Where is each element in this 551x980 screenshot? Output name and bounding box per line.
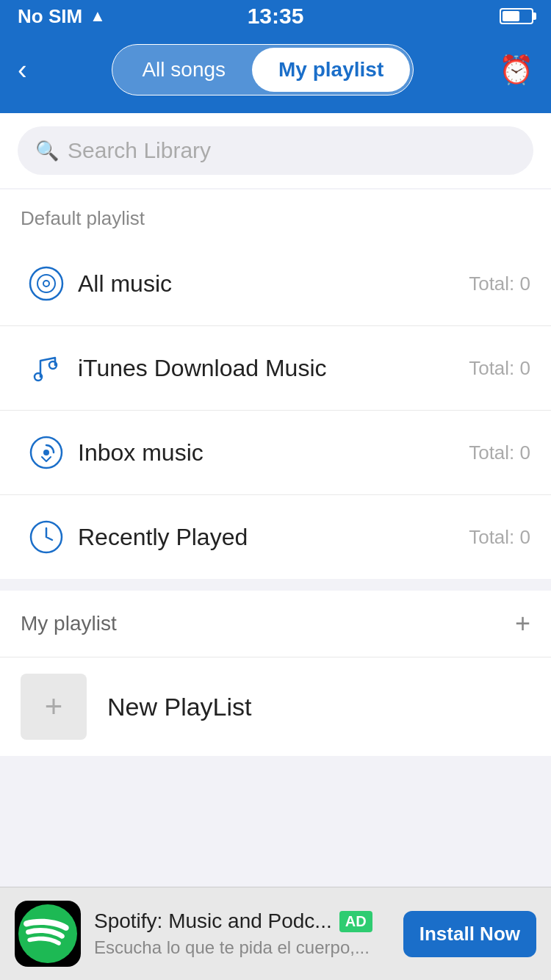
clock-icon [21, 511, 72, 563]
new-playlist-box: + [21, 674, 87, 740]
default-playlist-section: Default playlist All music Total: 0 iTun… [0, 190, 551, 579]
inbox-total: Total: 0 [469, 442, 530, 464]
my-playlist-section-label: My playlist [21, 612, 117, 635]
search-section: 🔍 Search Library [0, 113, 551, 188]
time-label: 13:35 [248, 4, 304, 29]
playlist-item-inbox[interactable]: Inbox music Total: 0 [0, 411, 551, 495]
back-button[interactable]: ‹ [18, 56, 27, 84]
itunes-label: iTunes Download Music [72, 355, 469, 382]
tab-all-songs[interactable]: All songs [115, 48, 252, 92]
music-note-icon [21, 342, 72, 394]
new-playlist-plus-icon: + [45, 691, 63, 722]
ad-title: Spotify: Music and Podc... [94, 909, 332, 933]
ad-app-icon [15, 901, 81, 967]
header-nav: ‹ All songs My playlist ⏰ [0, 32, 551, 113]
battery-fill [503, 11, 519, 21]
inbox-label: Inbox music [72, 439, 469, 466]
new-playlist-label: New PlayList [87, 693, 252, 721]
search-bar[interactable]: 🔍 Search Library [18, 126, 533, 175]
ad-title-row: Spotify: Music and Podc... AD [94, 909, 390, 933]
playlist-item-itunes[interactable]: iTunes Download Music Total: 0 [0, 326, 551, 411]
wifi-icon: ▲ [90, 7, 106, 26]
ad-subtitle: Escucha lo que te pida el cuerpo,... [94, 937, 390, 958]
my-playlist-section: My playlist + + New PlayList [0, 591, 551, 756]
svg-point-1 [37, 275, 55, 292]
add-playlist-button[interactable]: + [515, 608, 530, 639]
all-music-label: All music [72, 270, 469, 298]
install-button[interactable]: Install Now [403, 911, 536, 957]
my-playlist-header: My playlist + [0, 591, 551, 657]
playlist-item-all-music[interactable]: All music Total: 0 [0, 242, 551, 326]
alarm-icon[interactable]: ⏰ [499, 54, 533, 86]
spotify-logo [18, 904, 77, 963]
ad-banner: Spotify: Music and Podc... AD Escucha lo… [0, 887, 551, 980]
carrier-label: No SIM [18, 5, 82, 28]
svg-point-6 [43, 450, 49, 455]
battery-icon [500, 8, 533, 24]
search-placeholder: Search Library [68, 138, 211, 163]
itunes-total: Total: 0 [469, 357, 530, 380]
status-right [500, 8, 533, 24]
inbox-music-icon [21, 427, 72, 478]
playlist-item-recently-played[interactable]: Recently Played Total: 0 [0, 495, 551, 579]
recently-played-total: Total: 0 [469, 526, 530, 549]
search-icon: 🔍 [35, 140, 59, 162]
disc-icon [21, 258, 72, 309]
section-divider [0, 579, 551, 591]
all-music-total: Total: 0 [469, 273, 530, 295]
ad-info: Spotify: Music and Podc... AD Escucha lo… [94, 909, 390, 958]
default-playlist-label: Default playlist [0, 190, 551, 242]
tab-my-playlist[interactable]: My playlist [252, 48, 410, 92]
recently-played-label: Recently Played [72, 524, 469, 551]
ad-badge: AD [339, 911, 372, 932]
status-bar: No SIM ▲ 13:35 [0, 0, 551, 32]
svg-point-0 [30, 267, 62, 300]
new-playlist-item[interactable]: + New PlayList [0, 657, 551, 756]
svg-point-2 [43, 281, 49, 287]
tab-group: All songs My playlist [112, 44, 414, 96]
status-left: No SIM ▲ [18, 5, 106, 28]
